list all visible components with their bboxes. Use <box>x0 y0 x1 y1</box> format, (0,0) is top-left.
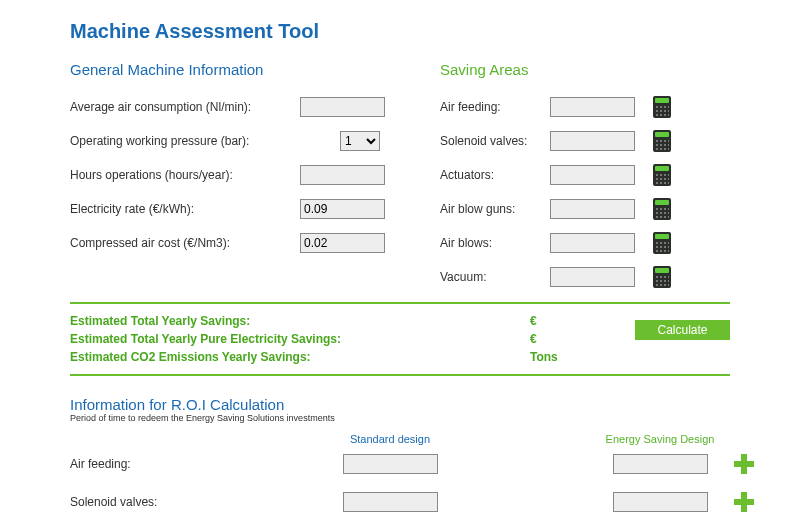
air-consumption-label: Average air consumption (Nl/min): <box>70 100 300 114</box>
roi-heading: Information for R.O.I Calculation <box>70 396 730 413</box>
blow-guns-input[interactable] <box>550 199 635 219</box>
air-cost-input[interactable] <box>300 233 385 253</box>
calculate-button[interactable]: Calculate <box>635 320 730 340</box>
air-feeding-label: Air feeding: <box>440 100 550 114</box>
calculator-icon[interactable] <box>653 130 671 152</box>
air-cost-label: Compressed air cost (€/Nm3): <box>70 236 300 250</box>
summary-co2-value: Tons <box>530 348 610 366</box>
air-blows-label: Air blows: <box>440 236 550 250</box>
vacuum-label: Vacuum: <box>440 270 550 284</box>
roi-solenoid-std-input[interactable] <box>343 492 438 512</box>
divider <box>70 302 730 304</box>
summary-co2-label: Estimated CO2 Emissions Yearly Savings: <box>70 348 530 366</box>
roi-solenoid-es-input[interactable] <box>613 492 708 512</box>
roi-col-standard: Standard design <box>300 433 480 445</box>
solenoid-input[interactable] <box>550 131 635 151</box>
actuators-input[interactable] <box>550 165 635 185</box>
saving-heading: Saving Areas <box>440 61 730 78</box>
summary-elec-value: € <box>530 330 610 348</box>
solenoid-label: Solenoid valves: <box>440 134 550 148</box>
blow-guns-label: Air blow guns: <box>440 202 550 216</box>
calculator-icon[interactable] <box>653 232 671 254</box>
vacuum-input[interactable] <box>550 267 635 287</box>
working-pressure-label: Operating working pressure (bar): <box>70 134 300 148</box>
general-heading: General Machine Information <box>70 61 420 78</box>
roi-air-feeding-std-input[interactable] <box>343 454 438 474</box>
actuators-label: Actuators: <box>440 168 550 182</box>
roi-solenoid-label: Solenoid valves: <box>70 495 300 509</box>
calculator-icon[interactable] <box>653 198 671 220</box>
page-title: Machine Assessment Tool <box>70 20 730 43</box>
summary-elec-label: Estimated Total Yearly Pure Electricity … <box>70 330 530 348</box>
working-pressure-select[interactable]: 1 <box>340 131 380 151</box>
air-consumption-input[interactable] <box>300 97 385 117</box>
summary-savings-label: Estimated Total Yearly Savings: <box>70 312 530 330</box>
elec-rate-label: Electricity rate (€/kWh): <box>70 202 300 216</box>
roi-air-feeding-label: Air feeding: <box>70 457 300 471</box>
roi-subheading: Period of time to redeem the Energy Savi… <box>70 413 730 423</box>
calculator-icon[interactable] <box>653 164 671 186</box>
air-blows-input[interactable] <box>550 233 635 253</box>
elec-rate-input[interactable] <box>300 199 385 219</box>
roi-air-feeding-es-input[interactable] <box>613 454 708 474</box>
hours-label: Hours operations (hours/year): <box>70 168 300 182</box>
calculator-icon[interactable] <box>653 96 671 118</box>
summary-savings-value: € <box>530 312 610 330</box>
hours-input[interactable] <box>300 165 385 185</box>
air-feeding-input[interactable] <box>550 97 635 117</box>
roi-col-energy: Energy Saving Design <box>600 433 720 445</box>
divider <box>70 374 730 376</box>
calculator-icon[interactable] <box>653 266 671 288</box>
